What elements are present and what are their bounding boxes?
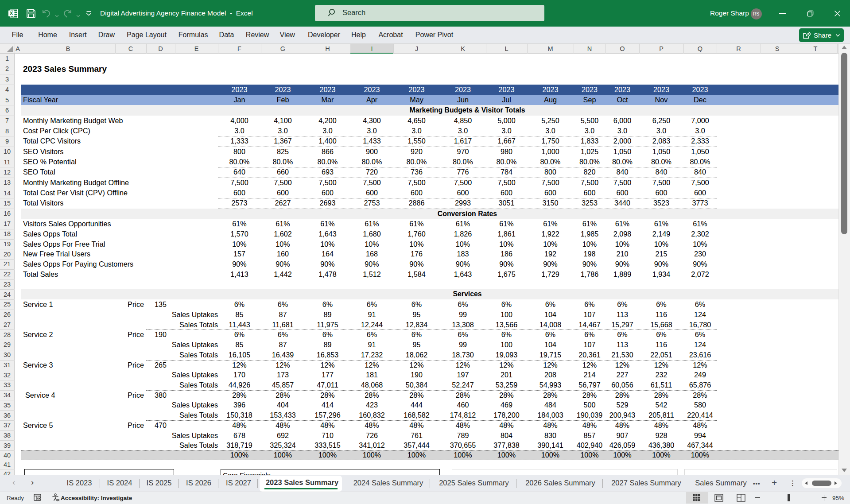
svg-text:X: X xyxy=(10,11,13,16)
